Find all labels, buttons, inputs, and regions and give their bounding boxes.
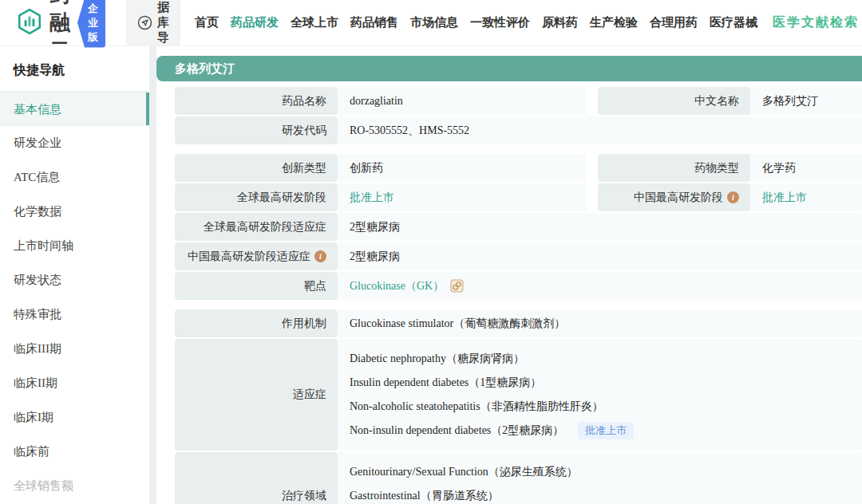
field-value: Non-insulin dependent diabetes（2型糖尿病） [350, 423, 563, 438]
field-label: 药物类型 [598, 154, 750, 182]
value-line: Non-insulin dependent diabetes（2型糖尿病）批准上… [350, 419, 634, 443]
field-label-text: 全球最高研发阶段适应症 [204, 220, 326, 234]
field-value-cell: Genitourinary/Sexual Function（泌尿生殖系统）Gas… [338, 452, 862, 504]
field-label-text: 中国最高研发阶段 [634, 191, 723, 205]
nav-item-医学文献检索[interactable]: 医学文献检索 [773, 14, 859, 31]
main-nav: 首页药品研发全球上市药品销售市场信息一致性评价原料药生产检验合理用药医疗器械医学… [195, 14, 859, 31]
sidebar-item-上市时间轴[interactable]: 上市时间轴 [0, 229, 149, 263]
main-content: 多格列艾汀 药品名称dorzagliatin中文名称多格列艾汀研发代码RO-53… [156, 46, 862, 504]
info-icon[interactable]: i [727, 191, 739, 203]
quick-nav-list: 基本信息研发企业ATC信息化学数据上市时间轴研发状态特殊审批临床III期临床II… [0, 92, 149, 503]
nav-item-原料药[interactable]: 原料药 [542, 15, 578, 30]
sidebar-item-临床前[interactable]: 临床前 [0, 435, 149, 469]
field-value: 化学药 [762, 161, 796, 175]
nav-item-全球上市[interactable]: 全球上市 [291, 15, 338, 30]
field-value: Glucokinase stimulator（葡萄糖激酶刺激剂） [350, 317, 565, 331]
field-label: 适应症 [175, 339, 338, 451]
sidebar-item-全球销售额[interactable]: 全球销售额 [0, 469, 149, 503]
field-value: 多格列艾汀 [762, 94, 818, 108]
field-label-text: 全球最高研发阶段 [237, 191, 326, 205]
row-spacer [175, 301, 862, 309]
field-value-cell: RO-5305552、HMS-5552 [338, 116, 862, 144]
field-value: 创新药 [350, 161, 383, 175]
nav-item-医疗器械[interactable]: 医疗器械 [710, 15, 757, 30]
table-row: 靶点Glucokinase（GK） [175, 272, 862, 300]
table-row: 药品名称dorzagliatin中文名称多格列艾汀 [175, 87, 862, 115]
field-value-link[interactable]: 批准上市 [350, 191, 394, 205]
field-label: 研发代码 [175, 116, 338, 144]
external-link-icon[interactable] [450, 279, 464, 293]
table-row: 创新类型创新药药物类型化学药 [175, 154, 862, 182]
page-title: 多格列艾汀 [175, 62, 235, 75]
field-value: 2型糖尿病 [350, 220, 400, 234]
nav-item-药品研发[interactable]: 药品研发 [231, 15, 279, 30]
nav-item-合理用药[interactable]: 合理用药 [650, 15, 698, 30]
nav-item-药品销售[interactable]: 药品销售 [350, 15, 398, 30]
field-label: 中国最高研发阶段i [598, 183, 750, 211]
sidebar-item-ATC信息[interactable]: ATC信息 [0, 160, 149, 195]
field-label-text: 适应症 [293, 388, 326, 402]
status-badge[interactable]: 批准上市 [578, 422, 634, 439]
sidebar-item-临床I期[interactable]: 临床I期 [0, 400, 149, 435]
sidebar-item-特殊审批[interactable]: 特殊审批 [0, 297, 149, 332]
value-line: Gastrointestinal（胃肠道系统） [350, 484, 499, 504]
field-value-cell: 2型糖尿病 [338, 242, 862, 270]
field-value: Genitourinary/Sexual Function（泌尿生殖系统） [350, 465, 578, 479]
drug-title-bar: 多格列艾汀 [156, 56, 862, 81]
field-label: 药品名称 [175, 87, 338, 115]
field-value-cell: Glucokinase stimulator（葡萄糖激酶刺激剂） [338, 309, 862, 337]
sidebar-item-临床III期[interactable]: 临床III期 [0, 332, 149, 366]
field-value-cell: 化学药 [750, 154, 862, 182]
nav-item-市场信息[interactable]: 市场信息 [410, 15, 458, 30]
field-value: Gastrointestinal（胃肠道系统） [350, 489, 499, 503]
table-row: 全球最高研发阶段批准上市中国最高研发阶段i批准上市 [175, 183, 862, 211]
nav-item-生产检验[interactable]: 生产检验 [590, 15, 638, 30]
sidebar-item-研发状态[interactable]: 研发状态 [0, 263, 149, 297]
nav-item-首页[interactable]: 首页 [195, 15, 219, 30]
field-label: 靶点 [175, 272, 338, 300]
hexagon-chart-logo-icon [16, 8, 43, 38]
field-value: dorzagliatin [350, 95, 403, 108]
quick-nav-sidebar: 快捷导航 基本信息研发企业ATC信息化学数据上市时间轴研发状态特殊审批临床III… [0, 46, 156, 504]
field-label-text: 药品名称 [282, 94, 326, 108]
detail-table: 药品名称dorzagliatin中文名称多格列艾汀研发代码RO-5305552、… [175, 87, 862, 504]
field-label-text: 中国最高研发阶段适应症 [188, 250, 310, 264]
field-value-cell: 批准上市 [750, 183, 862, 211]
field-label: 中文名称 [598, 87, 750, 115]
sidebar-item-临床II期[interactable]: 临床II期 [0, 366, 149, 400]
edition-badge: 企业版 [77, 0, 105, 48]
send-navigation-icon [137, 15, 152, 30]
field-value-link[interactable]: 批准上市 [762, 191, 807, 205]
field-value-cell: 批准上市 [338, 183, 587, 211]
field-label-text: 研发代码 [282, 124, 326, 138]
field-label: 创新类型 [175, 154, 338, 182]
field-label-text: 作用机制 [282, 317, 326, 331]
table-row: 中国最高研发阶段适应症i2型糖尿病 [175, 242, 862, 270]
field-label: 全球最高研发阶段 [175, 183, 338, 211]
field-value: 2型糖尿病 [350, 250, 400, 264]
field-label-text: 中文名称 [694, 94, 739, 108]
field-value-link[interactable]: Glucokinase（GK） [350, 279, 444, 293]
table-row: 适应症Diabetic nephropathy（糖尿病肾病）Insulin de… [175, 339, 862, 451]
top-navbar: 药融云 企业版 数据库导航 首页药品研发全球上市药品销售市场信息一致性评价原料药… [0, 0, 862, 46]
field-label-text: 创新类型 [282, 161, 326, 175]
field-value: Diabetic nephropathy（糖尿病肾病） [350, 352, 524, 366]
field-value: Non-alcoholic steatohepatitis（非酒精性脂肪性肝炎） [350, 400, 603, 414]
field-label: 治疗领域 [175, 452, 338, 504]
nav-item-一致性评价[interactable]: 一致性评价 [470, 15, 530, 30]
row-spacer [175, 146, 862, 154]
info-icon[interactable]: i [314, 250, 326, 262]
quick-nav-header: 快捷导航 [0, 46, 149, 92]
field-value: RO-5305552、HMS-5552 [350, 124, 469, 138]
field-label-text: 治疗领域 [282, 489, 326, 503]
value-line: Insulin dependent diabetes（1型糖尿病） [350, 371, 541, 395]
value-line: Diabetic nephropathy（糖尿病肾病） [350, 347, 524, 371]
field-label-text: 靶点 [304, 279, 326, 293]
sidebar-item-基本信息[interactable]: 基本信息 [0, 92, 149, 126]
value-line: Non-alcoholic steatohepatitis（非酒精性脂肪性肝炎） [350, 395, 603, 419]
sidebar-item-研发企业[interactable]: 研发企业 [0, 126, 149, 160]
field-value: Insulin dependent diabetes（1型糖尿病） [350, 376, 541, 390]
sidebar-item-化学数据[interactable]: 化学数据 [0, 195, 149, 229]
field-value-cell: Diabetic nephropathy（糖尿病肾病）Insulin depen… [338, 339, 862, 451]
field-label: 作用机制 [175, 309, 338, 337]
